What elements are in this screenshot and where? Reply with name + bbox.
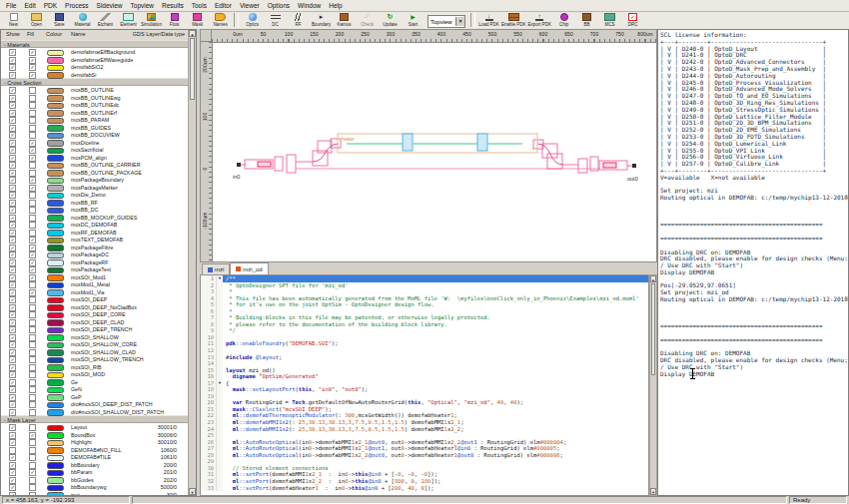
layer-colour-swatch[interactable] [47,72,64,79]
layer-row[interactable]: mcsBB_PARAM [1,116,189,124]
tab-mzi-od[interactable]: mzi_od [230,262,268,274]
layer-row[interactable]: mcsBB_OUTLINE_CARRIER [1,161,189,169]
layer-row[interactable]: mcsSOI_MOD [1,370,189,378]
menu-pdk[interactable]: PDK [40,1,61,11]
layer-row[interactable]: bbBoundary200/0 [1,461,189,469]
layer-row[interactable]: mcsBB_OUTLINEwg [1,94,189,102]
menu-options[interactable]: Options [264,1,294,11]
layer-row[interactable]: demofabSiO2 [1,63,189,71]
scroll-down-icon[interactable]: ▼ [650,488,656,495]
layer-row[interactable]: demofabmatEffWaveguide [1,56,189,64]
layer-row[interactable]: mcsMod1_Metal [1,280,189,288]
names-button[interactable]: Names [209,13,232,27]
element-button[interactable]: Element [117,13,140,27]
show-checkbox[interactable] [9,72,16,79]
enable-pdk-button[interactable]: Enable PDK [500,13,527,27]
boundary-button[interactable]: Boundary [310,13,333,27]
layer-section-cross-section[interactable]: - Cross Section [1,78,189,86]
layer-row[interactable]: bbGuides202/0 [1,476,189,484]
layer-row[interactable]: mcsSOI_DEEP_CORE [1,310,189,318]
layer-row[interactable]: mcsSOI_SHALLOW_CORE [1,340,189,348]
rf-button[interactable]: RF [287,13,310,27]
menu-topview[interactable]: Topview [127,1,158,11]
thermooptic-heater[interactable]: heater [338,134,537,153]
scroll-up-icon[interactable]: ▲ [650,275,656,282]
bb-button[interactable]: BB [575,13,598,27]
layer-row[interactable]: BoundBox30006/0 [1,431,189,439]
layer-row[interactable]: met30/0 [1,491,189,496]
scroll-down-icon[interactable]: ▼ [189,488,196,495]
update-button[interactable]: Update [379,13,402,27]
console-panel[interactable]: SCL license information:+---+--------+--… [657,29,849,496]
show-checkbox[interactable] [9,409,16,416]
scrollbar-thumb[interactable] [651,283,655,375]
layer-row[interactable]: DEMOFAB#NO_FILL1060/0 [1,446,189,454]
new-file-button[interactable]: New [2,13,25,27]
view-mode-combo[interactable]: Topview▼ [427,15,465,28]
layer-row[interactable]: Ge [1,378,189,386]
layer-row[interactable]: mcsSOI_SHALLOW [1,333,189,341]
editor-scrollbar[interactable]: ▲ ▼ [649,274,657,496]
layer-row[interactable]: mcsSacrificial [1,146,189,154]
layer-row[interactable]: mcsDie_Demo [1,191,189,199]
open-folder-button[interactable]: Open [25,13,48,27]
layer-row[interactable]: drc#mcsSOI_SHALLOW_DIST_PATCH [1,408,189,416]
chevron-down-icon[interactable]: ▼ [455,17,464,26]
menu-process[interactable]: Process [61,1,92,11]
layer-row[interactable]: mcsBB_OUTLINE_PACKAGE [1,169,189,177]
layer-row[interactable]: mcsBB_RF [1,199,189,207]
layer-row[interactable]: mcsMod1_Via [1,288,189,296]
layer-row[interactable]: GeP [1,393,189,401]
layer-row[interactable]: mcsDC_DEMOFAB [1,221,189,229]
fill-checkbox[interactable] [29,72,36,79]
layer-row[interactable]: mcsPackageFibre [1,244,189,252]
layer-row[interactable]: mcsSOI_RIB [1,363,189,371]
layer-row[interactable]: demofabmatEffBackground [1,48,189,56]
save-floppy-button[interactable]: Save [48,13,71,27]
tab-mzi[interactable]: mzi [202,263,230,274]
layer-row[interactable]: Highlight30010/0 [1,438,189,446]
menu-sideview[interactable]: Sideview [93,1,127,11]
layer-row[interactable]: mcsDiceline [1,139,189,147]
layer-row[interactable]: mcsRF_DEMOFAB [1,229,189,237]
layer-row[interactable]: drc#mcsSOI_DEEP_DIST_PATCH [1,400,189,408]
menu-edit[interactable]: Edit [20,1,39,11]
layer-row[interactable]: mcsPackageBoundary [1,176,189,184]
layer-section-mask-layer[interactable]: - Mask Layer [1,415,189,423]
layer-row[interactable]: mcsSOI_DEEP_TRENCH [1,325,189,333]
chip-button[interactable]: Chip [552,13,575,27]
layer-colour-swatch[interactable] [47,409,64,416]
mcs-button[interactable]: MCS [598,13,621,27]
code-editor[interactable]: 1▼/**2 * OptoDesigner SPT file for 'mzi_… [200,274,649,496]
dc-button[interactable]: DC [264,13,287,27]
layer-row[interactable]: mcsBB_MOCKUP_GUIDES [1,214,189,222]
menu-tools[interactable]: Tools [188,1,211,11]
layer-row[interactable]: mcsSOI_DEEP_CLAD [1,318,189,326]
layer-row[interactable]: mcsBB_OUTLINE [1,86,189,94]
layer-row[interactable]: demofabSi [1,71,189,79]
layer-row[interactable]: mcsTEXT_DEMOFAB [1,236,189,244]
layer-row[interactable]: DEMOFAB#TILE1061/0 [1,453,189,461]
etchant-button[interactable]: Etchant [94,13,117,27]
layer-row[interactable]: bbParam201/0 [1,468,189,476]
layers-scrollbar[interactable]: ▲ ▼ [188,30,196,495]
kamus-button[interactable]: Kamus [333,13,356,27]
menu-results[interactable]: Results [158,1,188,11]
layer-row[interactable]: mcsPCM_align [1,154,189,162]
scroll-up-icon[interactable]: ▲ [189,30,196,37]
menu-window[interactable]: Window [294,1,325,11]
export-pdk-button[interactable]: Export PDK [527,13,553,27]
layer-row[interactable]: bbBoundarywg5000/0 [1,483,189,491]
simulation-button[interactable]: Simulation [140,13,163,27]
layer-row[interactable]: mcsBB_GUIDES [1,124,189,132]
layer-colour-swatch[interactable] [47,492,64,495]
fill-checkbox[interactable] [29,492,36,496]
layout-canvas[interactable]: heater in0 out0 0um501001502002503003504… [200,29,657,262]
layer-row[interactable]: mcsPackageText [1,265,189,273]
layer-row[interactable]: mcsPackageDC [1,251,189,258]
optics-button[interactable]: Optics [241,13,264,27]
material-button[interactable]: Material [71,13,94,27]
layer-row[interactable]: mcsBB_DOCUVIEW [1,131,189,139]
layer-row[interactable]: mcsSOI_DEEP_NoCladBox [1,303,189,311]
start-button[interactable]: Start [402,13,424,27]
